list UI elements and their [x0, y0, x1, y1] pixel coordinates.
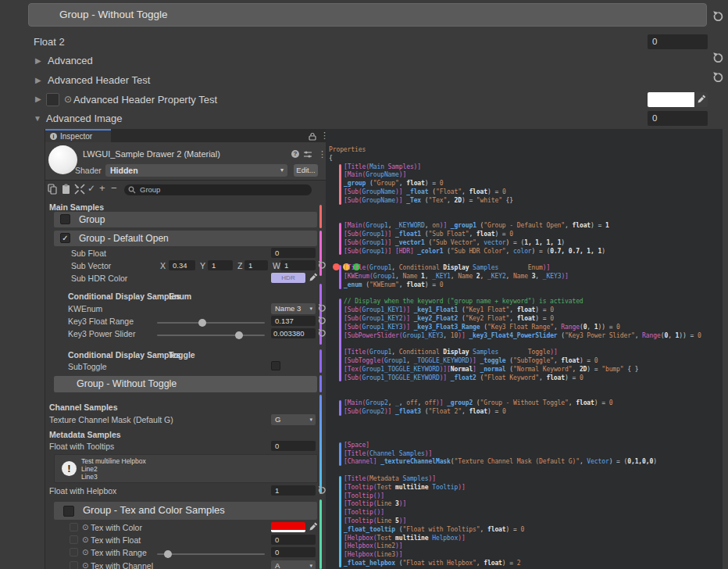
- slider-knob[interactable]: [198, 319, 206, 327]
- slider-track[interactable]: [157, 553, 265, 555]
- row-advanced-header-test-label[interactable]: Advanced Header Test: [48, 74, 150, 86]
- search-field[interactable]: Group: [124, 184, 312, 195]
- revert-icon[interactable]: [317, 260, 326, 270]
- section-main-samples: Main Samples: [49, 202, 104, 212]
- remove-icon[interactable]: −: [111, 182, 117, 194]
- vector-w-field[interactable]: 1: [280, 260, 316, 270]
- edit-button[interactable]: Edit...: [294, 164, 318, 177]
- code-line: [Helpbox(Line2)]: [344, 542, 723, 551]
- slider-track[interactable]: [157, 335, 265, 336]
- group-checkbox[interactable]: [60, 214, 70, 224]
- tex-channel-dropdown[interactable]: A ▾: [271, 560, 316, 569]
- float-with-helpbox-field[interactable]: 1: [271, 485, 316, 496]
- eyedropper-button[interactable]: [695, 92, 708, 107]
- subtoggle-checkbox[interactable]: [271, 361, 280, 370]
- vector-y-field[interactable]: 1: [208, 260, 233, 270]
- group-header-tex-color[interactable]: Group - Tex and Color Samples: [54, 502, 317, 520]
- revert-icon[interactable]: [712, 52, 724, 64]
- row-ahpt-checkbox[interactable]: [46, 93, 59, 106]
- revert-icon[interactable]: [317, 316, 326, 325]
- vector-z-field[interactable]: 1: [244, 260, 268, 270]
- collapse-icon[interactable]: [74, 184, 85, 195]
- kwenum-dropdown[interactable]: Name 3 ▾: [271, 303, 316, 314]
- helpbox-line: Test multiline Helpbox: [81, 457, 146, 465]
- vector-z-value: 1: [248, 261, 252, 270]
- help-icon[interactable]: ?: [291, 150, 299, 158]
- code-line: [Tooltip()]: [344, 509, 723, 517]
- code-line: _enum ("KWEnum", float) = 0: [344, 281, 723, 290]
- object-picker-icon[interactable]: ⊙: [82, 535, 88, 544]
- channel-value: G: [275, 414, 280, 425]
- vector-x-field[interactable]: 0.34: [169, 260, 195, 270]
- group-header-default-open[interactable]: ✓ Group - Default Open: [54, 231, 317, 246]
- group-header-without-toggle-top[interactable]: Group - Without Toggle: [28, 3, 707, 27]
- helpbox-line: Line2: [81, 465, 98, 473]
- apply-icon[interactable]: ✓: [87, 183, 95, 194]
- code-line: [Helpbox(Test multiline Helpbox)]: [344, 535, 723, 543]
- revert-icon[interactable]: [317, 485, 326, 495]
- revert-icon[interactable]: [317, 328, 326, 338]
- tab-inspector[interactable]: i Inspector: [45, 129, 111, 142]
- eyedropper-icon[interactable]: [309, 273, 318, 282]
- slider-knob[interactable]: [164, 550, 172, 558]
- object-picker-icon[interactable]: ⊙: [82, 548, 88, 556]
- code-area: Properties{[Title(Main Samples)][Main(Gr…: [329, 146, 723, 568]
- hdr-swatch-label: HDR: [281, 274, 294, 281]
- color-swatch-red[interactable]: [271, 522, 305, 532]
- property-checkbox[interactable]: [70, 535, 78, 544]
- preset-icon[interactable]: [303, 150, 312, 159]
- group-header-without-toggle[interactable]: Group - Without Toggle: [54, 376, 317, 392]
- revert-icon[interactable]: [712, 10, 724, 23]
- foldout-arrow[interactable]: ▶: [35, 56, 41, 65]
- group-checkbox-checked[interactable]: ✓: [60, 233, 70, 243]
- group-checkbox[interactable]: [63, 506, 74, 517]
- object-picker-icon[interactable]: ⊙: [82, 523, 88, 531]
- foldout-arrow[interactable]: ▶: [35, 95, 41, 103]
- group-header-group[interactable]: Group: [54, 212, 317, 227]
- code-block: [Main(Group2, _, off, off)] _group2 ("Gr…: [339, 399, 723, 417]
- tex-with-float-field[interactable]: 0: [271, 535, 316, 545]
- property-checkbox[interactable]: [70, 548, 78, 556]
- eyedropper-icon[interactable]: [309, 522, 318, 531]
- kebab-icon[interactable]: ⋮: [320, 131, 326, 141]
- foldout-arrow-open[interactable]: ▼: [34, 114, 41, 123]
- chevron-down-icon: ▾: [309, 414, 312, 425]
- slider-knob[interactable]: [235, 331, 243, 339]
- lock-icon[interactable]: [309, 132, 316, 141]
- key3-float-range-field[interactable]: 0.137: [271, 316, 316, 326]
- key3-power-slider-field[interactable]: 0.003380: [271, 328, 316, 338]
- sub-float-field[interactable]: 0: [271, 248, 316, 258]
- search-icon: [128, 186, 136, 194]
- copy-icon[interactable]: [48, 184, 58, 195]
- code-blank-line: [329, 391, 723, 399]
- tex-with-range-field[interactable]: 0: [271, 547, 316, 557]
- property-checkbox[interactable]: [70, 561, 78, 569]
- row-advanced-image-field[interactable]: 0: [648, 111, 708, 126]
- row-ahpt-label: Advanced Header Property Test: [73, 94, 217, 106]
- material-preview-sphere[interactable]: [48, 145, 77, 174]
- slider-track[interactable]: [157, 322, 265, 324]
- hdr-color-swatch[interactable]: HDR: [271, 273, 305, 283]
- row-float2-field[interactable]: 0: [648, 34, 708, 49]
- revert-icon[interactable]: [712, 71, 724, 84]
- shader-dropdown[interactable]: Hidden ▾: [105, 164, 287, 177]
- sub-float-label: Sub Float: [71, 249, 106, 258]
- row-advanced-image-label[interactable]: Advanced Image: [46, 113, 123, 124]
- revert-icon[interactable]: [317, 303, 326, 313]
- kebab-icon[interactable]: ⋮: [318, 149, 326, 159]
- float-with-tooltips-field[interactable]: 0: [271, 441, 316, 451]
- foldout-arrow[interactable]: ▶: [35, 76, 41, 84]
- vector-y-value: 1: [212, 261, 216, 270]
- object-picker-icon[interactable]: ⊙: [64, 94, 72, 105]
- row-advanced-label[interactable]: Advanced: [48, 55, 93, 66]
- color-swatch-white[interactable]: [648, 92, 694, 107]
- channel-dropdown[interactable]: G ▾: [271, 414, 316, 425]
- property-checkbox[interactable]: [70, 523, 78, 531]
- tex-with-channel-label: Tex with Channel: [91, 561, 153, 569]
- paste-icon[interactable]: [61, 184, 71, 195]
- code-line: Properties: [329, 146, 723, 155]
- object-picker-icon[interactable]: ⊙: [82, 561, 88, 569]
- code-panel: Properties{[Title(Main Samples)][Main(Gr…: [326, 129, 728, 569]
- code-line: [Sub(Group1)] [HDR] _color1 ("Sub HDR Co…: [344, 248, 723, 256]
- add-icon[interactable]: +: [99, 182, 105, 194]
